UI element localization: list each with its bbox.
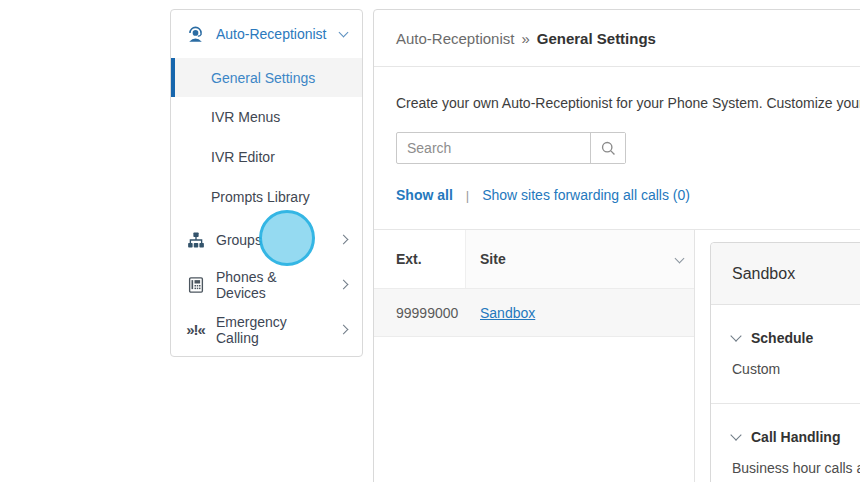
breadcrumb: Auto-Receptionist » General Settings (374, 10, 860, 67)
chevron-down-icon (730, 330, 741, 341)
cell-ext: 99999000 (374, 305, 466, 321)
breadcrumb-separator: » (521, 30, 529, 47)
section-title: Call Handling (751, 429, 840, 445)
page-description: Create your own Auto-Receptionist for yo… (396, 95, 860, 111)
breadcrumb-parent[interactable]: Auto-Receptionist (396, 30, 514, 47)
sidebar-item-ivr-menus[interactable]: IVR Menus (171, 97, 362, 137)
column-header-site-label: Site (480, 251, 506, 267)
main-panel: Auto-Receptionist » General Settings Cre… (373, 9, 860, 482)
sidebar-item-label: Prompts Library (211, 189, 310, 205)
sidebar-item-label: General Settings (211, 70, 315, 86)
site-link[interactable]: Sandbox (480, 305, 535, 321)
sidebar-item-label: Auto-Receptionist (216, 26, 327, 42)
chevron-right-icon (339, 235, 349, 245)
sidebar-item-label: IVR Menus (211, 109, 280, 125)
chevron-down-icon[interactable] (675, 253, 685, 263)
chevron-right-icon (339, 325, 349, 335)
chevron-right-icon (339, 280, 349, 290)
schedule-section-toggle[interactable]: Schedule (732, 330, 860, 346)
breadcrumb-current: General Settings (537, 30, 656, 47)
sites-table: Ext. Site 99999000 Sandbox (374, 230, 695, 482)
detail-panel-header: Sandbox (711, 243, 860, 305)
show-forwarding-sites-link[interactable]: Show sites forwarding all calls (0) (482, 187, 690, 203)
call-handling-section-toggle[interactable]: Call Handling (732, 429, 860, 445)
sidebar-item-phones-devices[interactable]: Phones & Devices (171, 262, 362, 307)
sidebar-item-label: Phones & Devices (216, 269, 329, 301)
search-icon (600, 140, 617, 157)
filter-separator: | (466, 188, 469, 203)
results-area: Ext. Site 99999000 Sandbox Sandbox (374, 229, 860, 482)
call-handling-section: Call Handling Business hour calls are (711, 404, 860, 482)
sidebar-item-prompts-library[interactable]: Prompts Library (171, 177, 362, 217)
search-box (396, 132, 626, 164)
schedule-section: Schedule Custom (711, 305, 860, 404)
table-row[interactable]: 99999000 Sandbox (374, 289, 694, 337)
phone-icon (186, 275, 205, 294)
chevron-down-icon (339, 28, 349, 38)
operator-icon (186, 25, 205, 44)
sidebar: Auto-Receptionist General Settings IVR M… (170, 9, 363, 357)
sidebar-item-general-settings[interactable]: General Settings (171, 58, 362, 97)
sidebar-item-label: Emergency Calling (216, 314, 329, 346)
search-input[interactable] (397, 133, 590, 163)
table-header-row: Ext. Site (374, 230, 694, 289)
filter-links: Show all | Show sites forwarding all cal… (396, 187, 690, 203)
sidebar-item-label: Groups (216, 232, 262, 248)
section-value: Business hour calls are (732, 460, 860, 476)
site-detail-panel: Sandbox Schedule Custom Call Handling Bu… (710, 242, 860, 482)
show-all-link[interactable]: Show all (396, 187, 453, 203)
sitemap-icon (186, 230, 205, 249)
sidebar-item-label: IVR Editor (211, 149, 275, 165)
column-header-site[interactable]: Site (466, 230, 694, 288)
detail-panel-title: Sandbox (732, 265, 795, 283)
section-title: Schedule (751, 330, 813, 346)
column-header-ext: Ext. (374, 230, 466, 288)
sidebar-item-auto-receptionist[interactable]: Auto-Receptionist (171, 10, 362, 58)
section-value: Custom (732, 361, 860, 377)
sidebar-item-ivr-editor[interactable]: IVR Editor (171, 137, 362, 177)
cell-site: Sandbox (466, 305, 535, 321)
sidebar-item-groups[interactable]: Groups (171, 217, 362, 262)
search-button[interactable] (590, 133, 625, 163)
chevron-down-icon (730, 429, 741, 440)
emergency-calling-icon: »!« (186, 320, 205, 339)
sidebar-item-emergency-calling[interactable]: »!« Emergency Calling (171, 307, 362, 352)
